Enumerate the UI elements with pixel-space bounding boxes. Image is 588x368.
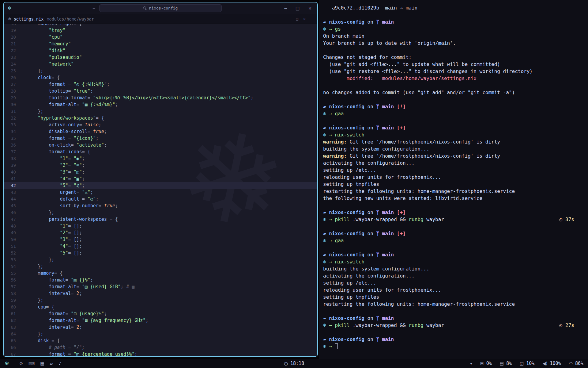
code-line[interactable]: 52 "5"= [];	[4, 250, 317, 256]
code-line[interactable]: 59 };	[4, 297, 317, 304]
music-icon[interactable]: ♪	[58, 361, 61, 366]
files-icon[interactable]: ▱	[50, 361, 53, 366]
text-segment: ;	[96, 136, 99, 141]
code-line[interactable]: 24 "network"	[4, 61, 317, 67]
code-line[interactable]: 40 "3"= "◫";	[4, 169, 317, 175]
code-text: };	[16, 331, 43, 337]
code-line[interactable]: 41 "4"= "▣";	[4, 175, 317, 182]
line-number: 45	[4, 202, 16, 209]
code-line[interactable]: 23 "pulseaudio"	[4, 54, 317, 61]
code-line[interactable]: 37 format-icons= {	[4, 148, 317, 155]
code-text: };	[16, 263, 43, 270]
terminal-icon[interactable]: ⌨	[28, 361, 35, 366]
cpu-module[interactable]: ⊞0%	[480, 361, 492, 366]
code-line[interactable]: 48 "1"= [];	[4, 223, 317, 229]
editor-body[interactable]: ❄ 18 modules-right= [19 "tray"20 "cpu"21…	[4, 24, 317, 356]
code-line[interactable]: 19 "tray"	[4, 27, 317, 34]
code-line[interactable]: 18 modules-right= [	[4, 24, 317, 27]
code-line[interactable]: 31 };	[4, 108, 317, 115]
code-line[interactable]: 53 };	[4, 256, 317, 263]
code-line[interactable]: 50 "3"= [];	[4, 236, 317, 243]
project-search-box[interactable]: nixos-config	[99, 4, 222, 12]
text-segment: };	[24, 264, 43, 269]
close-tab-icon[interactable]: ×	[303, 17, 306, 21]
terminal-line: ▰ nixos-config on ᛘ main	[323, 336, 574, 343]
code-line[interactable]: 30 format-alt= "▦ {:%d/%m}";	[4, 101, 317, 108]
code-line[interactable]: 61 format= "⊞ {usage}%";	[4, 310, 317, 317]
code-text: "tray"	[16, 27, 65, 34]
code-line[interactable]: 43 urgent= "⚠";	[4, 189, 317, 196]
text-segment: ▰ nixos-config	[323, 336, 364, 342]
terminal-line: reloading user units for frostphoenix...	[323, 174, 574, 181]
code-line[interactable]: 47 persistent-workspaces = {	[4, 216, 317, 223]
code-line[interactable]: 25 ];	[4, 67, 317, 74]
minimize-button[interactable]: ─	[285, 6, 287, 11]
code-line[interactable]: 28 tooltip= "true";	[4, 88, 317, 94]
terminal-window[interactable]: a9c0c72..d11029b main → main▰ nixos-conf…	[319, 0, 588, 359]
volume-module[interactable]: ◀)100%	[542, 361, 561, 366]
tray-arrow-module[interactable]: ▾	[470, 361, 472, 366]
code-line[interactable]: 32 "hyprland/workspaces"= {	[4, 115, 317, 121]
code-line[interactable]: 67 format = "◱ {percentage_used}%";	[4, 351, 317, 356]
code-line[interactable]: 20 "cpu"	[4, 34, 317, 40]
network-module[interactable]: ◠86%	[569, 361, 583, 366]
terminal-text: ▰ nixos-config on ᛘ main	[323, 336, 394, 342]
tab-filename[interactable]: settings.nix	[14, 17, 44, 21]
code-line[interactable]: 63 interval= 2;	[4, 324, 317, 331]
code-line[interactable]: 29 tooltip-format= "<big>{:%Y %B}</big>\…	[4, 94, 317, 101]
code-line[interactable]: 45 sort-by-number= true;	[4, 202, 317, 209]
code-line[interactable]: 22 "disk"	[4, 47, 317, 54]
terminal-line: building the system configuration...	[323, 265, 574, 272]
text-segment: = {	[82, 149, 90, 155]
code-line[interactable]: 51 "4"= [];	[4, 243, 317, 250]
code-line[interactable]: 64 };	[4, 331, 317, 337]
text-segment: "	[71, 311, 74, 316]
image-icon[interactable]: ▦	[40, 361, 44, 366]
terminal-text: setting up tmpfiles	[323, 294, 379, 300]
code-line[interactable]: 35 format = "{icon}";	[4, 135, 317, 142]
code-line[interactable]: 39 "2"= "⌨";	[4, 162, 317, 169]
code-line[interactable]: 54 };	[4, 263, 317, 270]
text-segment: → gs	[329, 26, 341, 32]
text-segment: "	[88, 196, 90, 202]
code-line[interactable]: 46 };	[4, 209, 317, 216]
code-line[interactable]: 65 disk = {	[4, 337, 317, 344]
memory-module[interactable]: ▤8%	[500, 361, 512, 366]
code-line[interactable]: 44 default = "○";	[4, 196, 317, 202]
code-line[interactable]: 42 "5"= "♫";	[4, 182, 317, 189]
code-line[interactable]: 36 on-click= "activate";	[4, 142, 317, 148]
more-options-icon[interactable]: ⋯	[311, 17, 313, 21]
code-line[interactable]: 57 format-alt= "▤ {used} GiB"; # ▥	[4, 283, 317, 290]
code-line[interactable]: 34 disable-scroll= true;	[4, 128, 317, 135]
nix-logo-icon[interactable]: ❄	[5, 360, 9, 366]
power-icon[interactable]: ⊙	[19, 361, 23, 366]
terminal-text: setting up /etc...	[323, 280, 376, 286]
code-line[interactable]: 26 clock= {	[4, 74, 317, 81]
maximize-button[interactable]: □	[296, 6, 300, 11]
code-line[interactable]: 38 "1"= "◉";	[4, 155, 317, 162]
code-line[interactable]: 66 # path = "/";	[4, 344, 317, 351]
split-editor-icon[interactable]: ◫	[296, 17, 299, 21]
text-segment: = {	[46, 304, 54, 310]
code-line[interactable]: 56 format= "▤ {}%";	[4, 277, 317, 283]
terminal-line: ▰ nixos-config on ᛘ main [+]	[323, 209, 574, 216]
code-line[interactable]: 62 format-alt= "⊞ {avg_frequency} GHz";	[4, 317, 317, 324]
disk-module[interactable]: ◱10%	[520, 361, 534, 366]
code-line[interactable]: 49 "2"= [];	[4, 229, 317, 236]
text-segment: ◉	[77, 156, 79, 161]
code-line[interactable]: 21 "memory"	[4, 40, 317, 47]
code-line[interactable]: 33 active-only= false;	[4, 121, 317, 128]
close-window-button[interactable]: ×	[308, 6, 312, 11]
code-line[interactable]: 55 memory= {	[4, 270, 317, 277]
text-segment: activating the configuration...	[323, 273, 415, 279]
network-value: 86%	[575, 361, 583, 366]
clock-module[interactable]: ◷ 18:18	[284, 361, 304, 366]
volume-value: 100%	[550, 361, 561, 366]
code-line[interactable]: 27 format = "◷ {:%H:%M}";	[4, 81, 317, 88]
code-line[interactable]: 60 cpu= {	[4, 304, 317, 310]
command-duration: ◴ 37s	[560, 216, 574, 223]
nav-back-button[interactable]: ←	[92, 2, 95, 14]
terminal-line	[323, 96, 574, 103]
code-line[interactable]: 58 interval= 2;	[4, 290, 317, 297]
terminal-prompt-line[interactable]: ❄ →	[323, 343, 574, 350]
